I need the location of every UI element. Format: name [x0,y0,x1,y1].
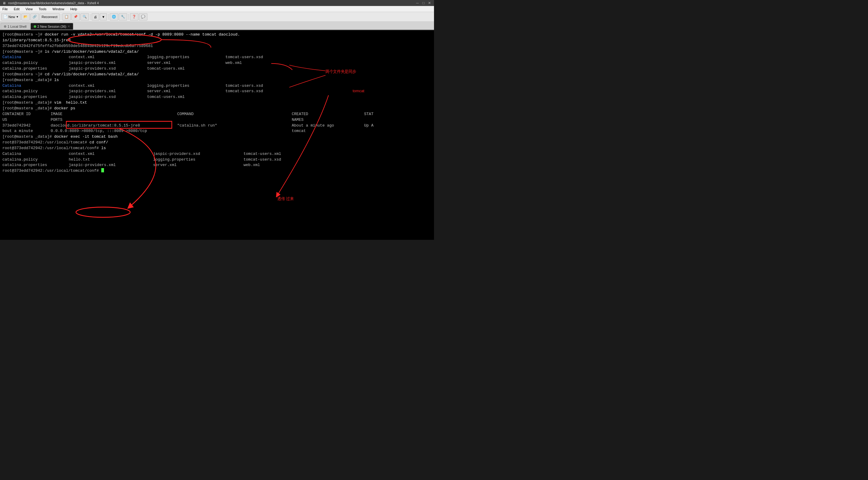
title-text: root@mastera:/var/lib/docker/volumes/vda… [8,1,99,5]
new-icon: 📄 [3,15,7,19]
tab-close-button[interactable]: ✕ [67,25,70,28]
toolbar-separator-4 [128,14,129,20]
print-button[interactable]: 🖨 [92,13,99,21]
tab-dot-2 [34,25,36,28]
terminal-line-23: catalina.policy hello.txt logging.proper… [2,157,432,163]
menu-window[interactable]: Window [51,7,65,11]
tools-icon: 🔧 [121,15,125,19]
terminal-line-17: 373edd742942 daocloud.io/library/tomcat:… [2,123,432,129]
tab-label-1: 1 Local Shell [7,25,27,28]
terminal-line-20: root@373edd742942:/usr/local/tomcat# cd … [2,140,432,146]
terminal-line-5: Catalina context.xml logging.properties … [2,55,432,60]
connect-button[interactable]: 🔗 [30,13,39,21]
new-button[interactable]: 📄 New ▼ [1,13,21,21]
terminal-line-22: Catalina context.xml jaspic-providers.xs… [2,151,432,157]
terminal-line-21: root@373edd742942:/usr/local/tomcat/conf… [2,146,432,151]
find-button[interactable]: 🔍 [81,13,89,21]
toolbar-separator-2 [90,14,90,20]
find-icon: 🔍 [83,15,87,19]
paste-button[interactable]: 📌 [71,13,80,21]
connect-icon: 🔗 [33,15,37,19]
app-icon: 🖥 [2,1,6,5]
toolbar-separator-1 [61,14,61,20]
menu-file[interactable]: File [1,7,9,11]
terminal-line-2: io/library/tomcat:8.5.15-jre8 [2,38,432,43]
terminal-line-11: catalina.policy jaspic-providers.xml ser… [2,89,432,94]
dropdown-icon: ▼ [16,15,19,19]
print-opt-icon: ▼ [102,15,105,19]
copy-button[interactable]: 📋 [62,13,71,21]
menu-bar: File Edit View Tools Window Help [0,6,434,12]
terminal-line-4: [root@mastera ~]# ls /var/lib/docker/vol… [2,49,432,55]
menu-help[interactable]: Help [69,7,79,11]
terminal-line-14: [root@mastera _data]# docker ps [2,106,432,111]
menu-tools[interactable]: Tools [37,7,48,11]
menu-edit[interactable]: Edit [13,7,21,11]
tab-new-session[interactable]: 2 New Session (36) ✕ [30,23,73,30]
help-icon: ❓ [132,15,136,19]
reconnect-label: Reconnect [41,15,58,19]
svg-point-2 [76,207,130,217]
copy-icon: 📋 [64,15,69,19]
open-icon: 📂 [24,15,28,19]
help-button[interactable]: ❓ [130,13,138,21]
reconnect-button[interactable]: Reconnect [39,13,60,21]
close-button[interactable]: ✕ [427,1,432,5]
globe-button[interactable]: 🌐 [110,13,118,21]
terminal-line-8: [root@mastera ~]# cd /var/lib/docker/vol… [2,72,432,77]
toolbar-separator-3 [108,14,108,20]
paste-icon: 📌 [73,15,78,19]
terminal-line-16: US PORTS NAMES [2,117,432,123]
terminal-line-9: [root@mastera _data]# ls [2,77,432,83]
terminal-line-10: Catalina context.xml logging.properties … [2,83,432,89]
print-opt-button[interactable]: ▼ [100,13,107,21]
tab-local-shell[interactable]: 1 Local Shell [1,23,30,30]
chat-button[interactable]: 💬 [139,13,147,21]
print-icon: 🖨 [94,15,97,19]
title-bar: 🖥 root@mastera:/var/lib/docker/volumes/v… [0,0,434,6]
terminal-line-1: [root@mastera ~]# docker run -v vdata2:/… [2,32,432,38]
open-button[interactable]: 📂 [22,13,30,21]
globe-icon: 🌐 [112,15,116,19]
new-label: New [8,15,15,19]
terminal-line-7: catalina.properties jaspic-providers.xsd… [2,66,432,72]
terminal-line-25: root@373edd742942:/usr/local/tomcat/conf… [2,168,432,174]
minimize-button[interactable]: ─ [415,1,420,5]
terminal-line-12: catalina.properties jaspic-providers.xsd… [2,94,432,100]
tabs-bar: 1 Local Shell 2 New Session (36) ✕ [0,22,434,30]
maximize-button[interactable]: □ [421,1,426,5]
tab-label-2: 2 New Session (36) [37,25,66,28]
pass-annotation: 透传 过来 [277,196,293,201]
terminal-line-13: [root@mastera _data]# vim hello.txt [2,100,432,106]
chat-icon: 💬 [141,15,145,19]
terminal-line-19: [root@mastera _data]# docker exec -it to… [2,134,432,140]
cursor [101,168,104,172]
terminal-line-24: catalina.properties jaspic-providers.xml… [2,162,432,168]
terminal-line-15: CONTAINER ID IMAGE COMMAND CREATED STAT [2,111,432,117]
terminal-line-3: 373edd742942fd75feffa2fb0d9559de54884de4… [2,43,432,49]
menu-view[interactable]: View [24,7,34,11]
toolbar: 📄 New ▼ 📂 🔗 Reconnect 📋 📌 🔍 🖨 ▼ 🌐 🔧 ❓ 💬 [0,12,434,22]
terminal[interactable]: [root@mastera ~]# docker run -v vdata2:/… [0,30,434,240]
tab-dot-1 [4,25,6,28]
tools-btn[interactable]: 🔧 [119,13,127,21]
terminal-line-6: catalina.policy jaspic-providers.xml ser… [2,60,432,66]
terminal-line-18: bout a minute 0.0.0.0:8089->8080/tcp, ::… [2,128,432,134]
